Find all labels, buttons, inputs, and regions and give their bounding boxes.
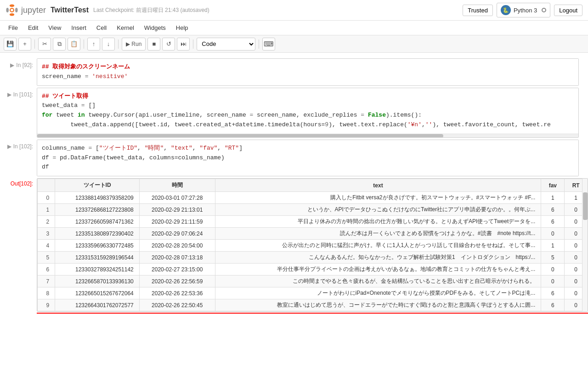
table-cell: 1 — [541, 240, 565, 252]
dataframe-table-wrapper[interactable]: ツイートID 時間 text fav RT 012338814983793582… — [37, 179, 588, 311]
trusted-button[interactable]: Trusted — [463, 5, 493, 16]
table-cell: 1 — [38, 204, 55, 216]
right-scrollbar-thumb[interactable] — [583, 192, 588, 220]
table-cell: 5 — [541, 252, 565, 264]
table-cell: 2020-02-26 22:50:45 — [139, 299, 215, 311]
menu-kernel[interactable]: Kernel — [112, 22, 139, 33]
col-text: text — [215, 179, 541, 192]
table-row: 112337268681272238082020-02-29 21:13:01と… — [38, 204, 588, 216]
notebook-name[interactable]: TwitterTest — [51, 6, 89, 14]
cell-code-92[interactable]: ## 取得対象のスクリーンネーム screen_name = 'nesitive… — [37, 59, 578, 85]
menu-cell[interactable]: Cell — [92, 22, 111, 33]
table-cell: 6 — [541, 216, 565, 228]
table-cell: 半分仕事半分プライベートの企画は考えがいがあるなぁ。地域の教育とコミットの仕方を… — [215, 264, 541, 275]
output-content-102: ツイートID 時間 text fav RT 012338814983793582… — [37, 178, 588, 312]
cell-content-92[interactable]: ## 取得対象のスクリーンネーム screen_name = 'nesitive… — [37, 58, 579, 86]
right-scrollbar[interactable] — [582, 179, 588, 311]
table-cell: 6 — [541, 287, 565, 299]
table-cell: 2020-02-26 22:56:59 — [139, 275, 215, 287]
cut-button[interactable]: ✂ — [38, 38, 51, 51]
cell-content-101[interactable]: ## ツイート取得 tweet_data = [] for tweet in t… — [37, 88, 579, 138]
svg-point-5 — [11, 9, 13, 11]
table-cell: 2 — [38, 216, 55, 228]
table-cell: 1233359696330772485 — [55, 240, 140, 252]
table-row: 812326650152676720642020-02-26 22:53:36ノ… — [38, 287, 588, 299]
toolbar-separator-2 — [84, 39, 84, 49]
menu-file[interactable]: File — [4, 22, 23, 33]
toolbar: 💾 + ✂ ⧉ 📋 ↑ ↓ ▶ Run ■ ↺ ⏭ Code Markdown … — [0, 35, 588, 53]
table-cell: 読んだ本は月一くらいでまとめる習慣をつけようかな。#読書 #note https… — [215, 228, 541, 240]
move-up-button[interactable]: ↑ — [87, 38, 100, 51]
menubar: File Edit View Insert Cell Kernel Widget… — [0, 21, 588, 35]
menu-help[interactable]: Help — [171, 22, 193, 33]
table-row: 512331531592891965442020-02-28 07:13:18こ… — [38, 252, 588, 264]
table-row: 312335138089723904022020-02-29 07:06:24読… — [38, 228, 588, 240]
save-button[interactable]: 💾 — [4, 38, 17, 51]
cell-content-102[interactable]: columns_name = ["ツイートID", "時間", "text", … — [37, 140, 579, 176]
paste-button[interactable]: 📋 — [68, 38, 80, 51]
table-cell: 2020-02-29 21:13:01 — [139, 204, 215, 216]
menu-widgets[interactable]: Widgets — [140, 22, 170, 33]
table-row: 712326658701339361302020-02-26 22:56:59こ… — [38, 275, 588, 287]
table-cell: 5 — [38, 252, 55, 264]
python-label: Python 3 — [514, 7, 537, 14]
toolbar-separator-4 — [193, 39, 193, 49]
table-cell: 6 — [541, 204, 565, 216]
cell-101-scrollbar[interactable] — [37, 134, 578, 137]
cell-type-select[interactable]: Code Markdown Raw NBConvert Heading — [197, 38, 255, 51]
notebook: ▶ In [92]: ## 取得対象のスクリーンネーム screen_name … — [0, 53, 588, 371]
logout-button[interactable]: Logout — [554, 5, 582, 16]
add-cell-button[interactable]: + — [18, 38, 31, 51]
table-cell: というか、APIでデータひっこぬくだけなのにTwitter社にアプリ申請必要なの… — [215, 204, 541, 216]
menu-edit[interactable]: Edit — [23, 22, 43, 33]
col-index — [38, 179, 55, 192]
restart-run-button[interactable]: ⏭ — [177, 38, 190, 51]
out-label-text: Out[102]: — [11, 180, 33, 187]
col-fav: fav — [541, 179, 565, 192]
cell-code-102[interactable]: columns_name = ["ツイートID", "時間", "text", … — [37, 140, 578, 176]
table-row: 212337266059874713622020-02-29 21:11:59平… — [38, 216, 588, 228]
table-cell: 2020-02-27 23:15:00 — [139, 264, 215, 275]
cell-number-101: In [101]: — [13, 91, 33, 98]
cell-run-indicator-92[interactable]: ▶ — [10, 62, 14, 68]
kernel-status-circle — [542, 8, 546, 12]
table-cell: 2020-02-26 22:53:36 — [139, 287, 215, 299]
cell-102: ▶ In [102]: columns_name = ["ツイートID", "時… — [0, 139, 588, 177]
menu-insert[interactable]: Insert — [67, 22, 91, 33]
table-cell: 4 — [38, 240, 55, 252]
cell-run-indicator-101[interactable]: ▶ — [7, 91, 11, 98]
toolbar-separator-5 — [259, 39, 259, 49]
table-cell: 7 — [38, 275, 55, 287]
keyboard-shortcut-button[interactable]: ⌨ — [262, 38, 275, 51]
table-cell: 購入したFitbit versa2が良さげです。初スマートウォッチ。#スマートウ… — [215, 192, 541, 204]
menu-view[interactable]: View — [44, 22, 66, 33]
col-time: 時間 — [139, 179, 215, 192]
table-cell: 教室に通いはじめて思うが、コードエラーがでた時にすぐ聞けるのと割と意識高く学ぼう… — [215, 299, 541, 311]
table-cell: 1233726868127223808 — [55, 204, 140, 216]
output-row-102: Out[102]: ツイートID 時間 text fav RT — [0, 177, 588, 313]
table-cell: 3 — [38, 228, 55, 240]
table-cell: 1233032789324251142 — [55, 264, 140, 275]
table-cell: 2020-02-29 21:11:59 — [139, 216, 215, 228]
toolbar-separator-1 — [34, 39, 35, 49]
table-row: 012338814983793582092020-03-01 07:27:28購… — [38, 192, 588, 204]
python-kernel-button[interactable]: 🐍 Python 3 — [497, 3, 550, 17]
restart-button[interactable]: ↺ — [162, 38, 175, 51]
table-cell: 1233513808972390402 — [55, 228, 140, 240]
table-row: 612330327893242511422020-02-27 23:15:00半… — [38, 264, 588, 275]
stop-button[interactable]: ■ — [147, 38, 160, 51]
table-row: 412333596963307724852020-02-28 20:54:00公… — [38, 240, 588, 252]
toolbar-separator-3 — [118, 39, 119, 49]
table-cell: 9 — [38, 299, 55, 311]
topbar: jupyter TwitterTest Last Checkpoint: 前週日… — [0, 0, 588, 21]
svg-point-3 — [15, 8, 18, 12]
run-button[interactable]: ▶ Run — [122, 38, 146, 51]
table-cell: 0 — [541, 264, 565, 275]
cell-run-indicator-102[interactable]: ▶ — [7, 143, 11, 150]
move-down-button[interactable]: ↓ — [102, 38, 115, 51]
table-cell: 0 — [541, 228, 565, 240]
cell-101-scrollthumb[interactable] — [37, 134, 443, 138]
table-row: 912326643017620725772020-02-26 22:50:45教… — [38, 299, 588, 311]
copy-button[interactable]: ⧉ — [53, 38, 66, 51]
cell-code-101[interactable]: ## ツイート取得 tweet_data = [] for tweet in t… — [37, 88, 578, 134]
